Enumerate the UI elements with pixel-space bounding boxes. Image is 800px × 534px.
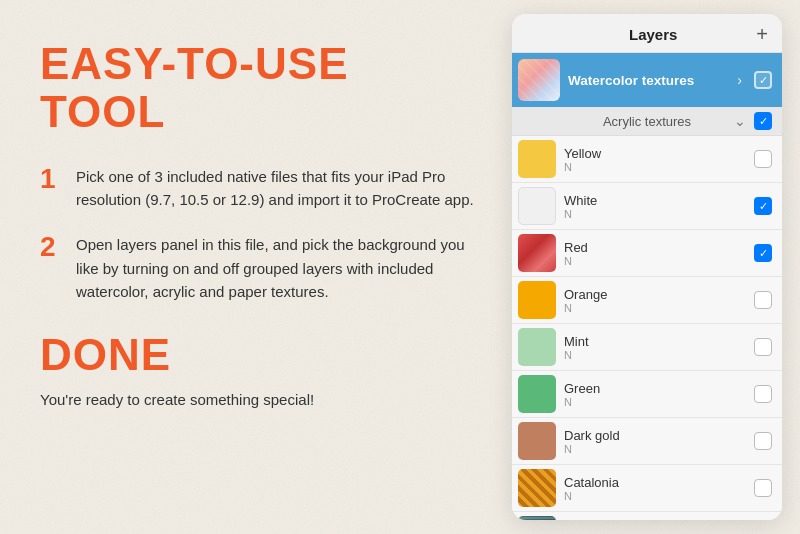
layer-row[interactable]: Yellow N [512, 136, 782, 183]
layer-thumb [518, 375, 556, 413]
step-2: 2 Open layers panel in this file, and pi… [40, 233, 482, 303]
layer-thumb [518, 469, 556, 507]
step-1-text: Pick one of 3 included native files that… [76, 165, 482, 212]
layers-panel: Layers + Watercolor textures › ✓ Acrylic… [512, 14, 782, 520]
layer-visible-checkbox[interactable]: ✓ [754, 244, 772, 262]
layer-thumb [518, 516, 556, 520]
layer-name: Red [564, 240, 746, 255]
layer-visible-checkbox[interactable] [754, 150, 772, 168]
layer-visible-checkbox[interactable] [754, 338, 772, 356]
step-2-text: Open layers panel in this file, and pick… [76, 233, 482, 303]
steps-list: 1 Pick one of 3 included native files th… [40, 165, 482, 303]
layer-mode: N [564, 302, 746, 314]
layer-row[interactable]: Red N ✓ [512, 230, 782, 277]
layer-visible-checkbox[interactable] [754, 291, 772, 309]
layer-row-watercolor-textures[interactable]: Watercolor textures › ✓ [512, 53, 782, 107]
layer-visible-checkbox[interactable] [754, 385, 772, 403]
layer-row[interactable]: Green N [512, 371, 782, 418]
layer-name-watercolor: Watercolor textures [568, 73, 729, 88]
done-title: DONE [40, 331, 482, 379]
layers-header: Layers + [512, 14, 782, 53]
left-panel: EASY-TO-USE TOOL 1 Pick one of 3 include… [0, 0, 512, 534]
layer-name: Dark gold [564, 428, 746, 443]
layer-row[interactable]: White N ✓ [512, 183, 782, 230]
layer-mode: N [564, 255, 746, 267]
layer-name: Green [564, 381, 746, 396]
layers-list: Watercolor textures › ✓ Acrylic textures… [512, 53, 782, 520]
step-1: 1 Pick one of 3 included native files th… [40, 165, 482, 212]
layer-visible-checkbox-watercolor[interactable]: ✓ [754, 71, 772, 89]
layer-thumb-watercolor [518, 59, 560, 101]
chevron-right-icon: › [737, 72, 742, 88]
layer-mode: N [564, 443, 746, 455]
layer-name: White [564, 193, 746, 208]
layer-mode: N [564, 396, 746, 408]
layer-thumb [518, 281, 556, 319]
layer-thumb [518, 234, 556, 272]
layer-row[interactable]: Catalonia N [512, 465, 782, 512]
step-1-number: 1 [40, 165, 62, 193]
layer-visible-checkbox[interactable] [754, 432, 772, 450]
chevron-down-icon: ⌄ [734, 113, 746, 129]
layer-visible-checkbox[interactable] [754, 479, 772, 497]
layers-title: Layers [550, 26, 756, 43]
group-visible-checkbox[interactable]: ✓ [754, 112, 772, 130]
layer-row[interactable]: Mint N [512, 324, 782, 371]
layer-name: Mint [564, 334, 746, 349]
layer-group-acrylic[interactable]: Acrylic textures ⌄ ✓ [512, 107, 782, 136]
layer-name: Yellow [564, 146, 746, 161]
layer-mode: N [564, 161, 746, 173]
layer-row[interactable]: Orange N [512, 277, 782, 324]
layer-row[interactable]: Dark gold N [512, 418, 782, 465]
layer-thumb [518, 187, 556, 225]
group-name-acrylic: Acrylic textures [568, 114, 726, 129]
add-layer-button[interactable]: + [756, 24, 768, 44]
layer-row[interactable]: Blue and gold N [512, 512, 782, 520]
step-2-number: 2 [40, 233, 62, 261]
main-title: EASY-TO-USE TOOL [40, 40, 482, 137]
done-subtitle: You're ready to create something special… [40, 389, 482, 412]
layer-thumb [518, 328, 556, 366]
layer-mode: N [564, 208, 746, 220]
layer-mode: N [564, 349, 746, 361]
layer-name: Catalonia [564, 475, 746, 490]
layer-name: Orange [564, 287, 746, 302]
layer-thumb [518, 422, 556, 460]
layer-visible-checkbox[interactable]: ✓ [754, 197, 772, 215]
layer-thumb [518, 140, 556, 178]
layer-mode: N [564, 490, 746, 502]
